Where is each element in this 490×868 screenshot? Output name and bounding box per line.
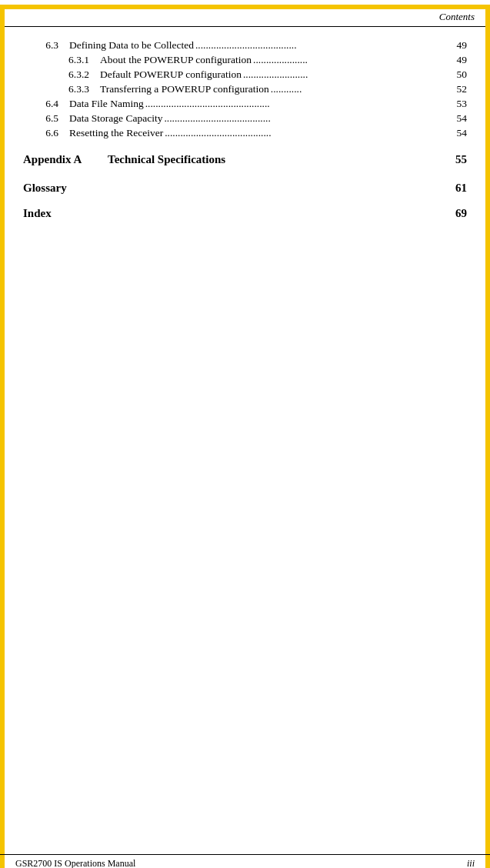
page-num-6-3-2: 50 xyxy=(448,68,467,81)
entry-label-6-3-1: About the POWERUP configuration xyxy=(100,54,252,66)
entry-label-6-3: Defining Data to be Collected xyxy=(69,39,194,52)
top-border xyxy=(0,5,490,9)
toc-entry-6-3: 6.3 Defining Data to be Collected ......… xyxy=(23,39,467,52)
footer-right: iii xyxy=(467,858,475,868)
entry-text-6-6: Resetting the Receiver .................… xyxy=(69,127,467,139)
dots-6-4: ........................................… xyxy=(145,98,446,110)
entry-text-6-3: Defining Data to be Collected ..........… xyxy=(69,39,467,52)
appendix-a-title: Technical Specifications xyxy=(108,153,444,166)
section-num-6-3: 6.3 xyxy=(23,39,69,52)
entry-text-6-4: Data File Naming .......................… xyxy=(69,98,467,110)
dots-6-3-3: ............ xyxy=(271,83,446,95)
page-num-6-3: 49 xyxy=(448,39,467,52)
entry-text-6-5: Data Storage Capacity ..................… xyxy=(69,112,467,125)
left-border xyxy=(0,9,5,868)
page-num-6-3-3: 52 xyxy=(448,83,467,95)
section-num-6-3-3: 6.3.3 xyxy=(23,83,100,95)
section-num-6-4: 6.4 xyxy=(23,98,69,110)
page-footer: GSR2700 IS Operations Manual iii xyxy=(0,854,490,868)
toc-entry-6-3-1: 6.3.1 About the POWERUP configuration ..… xyxy=(23,54,467,66)
dots-6-3-2: ......................... xyxy=(243,68,446,81)
page-num-6-4: 53 xyxy=(448,98,467,110)
entry-text-6-3-2: Default POWERUP configuration ..........… xyxy=(100,68,467,81)
toc-glossary: Glossary 61 xyxy=(23,182,467,195)
section-num-6-6: 6.6 xyxy=(23,127,69,139)
section-num-6-3-2: 6.3.2 xyxy=(23,68,100,81)
dots-6-5: ........................................… xyxy=(164,112,446,125)
index-label: Index xyxy=(23,207,444,220)
page-num-6-5: 54 xyxy=(448,112,467,125)
index-page: 69 xyxy=(444,207,467,220)
dots-6-3-1: ..................... xyxy=(253,54,446,66)
glossary-page: 61 xyxy=(444,182,467,195)
footer-left: GSR2700 IS Operations Manual xyxy=(15,858,135,868)
dots-6-3: ....................................... xyxy=(195,39,446,52)
page-num-6-6: 54 xyxy=(448,127,467,139)
entry-label-6-4: Data File Naming xyxy=(69,98,144,110)
page-num-6-3-1: 49 xyxy=(448,54,467,66)
page-container: Contents 6.3 Defining Data to be Collect… xyxy=(0,5,490,868)
entry-text-6-3-3: Transferring a POWERUP configuration ...… xyxy=(100,83,467,95)
toc-content: 6.3 Defining Data to be Collected ......… xyxy=(0,27,490,271)
entry-text-6-3-1: About the POWERUP configuration ........… xyxy=(100,54,467,66)
entry-label-6-6: Resetting the Receiver xyxy=(69,127,163,139)
right-border xyxy=(485,9,490,868)
toc-entry-6-3-3: 6.3.3 Transferring a POWERUP configurati… xyxy=(23,83,467,95)
header-title: Contents xyxy=(439,11,475,23)
toc-entry-6-6: 6.6 Resetting the Receiver .............… xyxy=(23,127,467,139)
toc-entry-6-5: 6.5 Data Storage Capacity ..............… xyxy=(23,112,467,125)
toc-entry-6-4: 6.4 Data File Naming ...................… xyxy=(23,98,467,110)
appendix-a-page: 55 xyxy=(444,153,467,166)
section-num-6-3-1: 6.3.1 xyxy=(23,54,100,66)
section-num-6-5: 6.5 xyxy=(23,112,69,125)
entry-label-6-5: Data Storage Capacity xyxy=(69,112,162,125)
toc-appendix-a: Appendix A Technical Specifications 55 xyxy=(23,153,467,166)
entry-label-6-3-3: Transferring a POWERUP configuration xyxy=(100,83,269,95)
glossary-label: Glossary xyxy=(23,182,444,195)
dots-6-6: ........................................… xyxy=(165,127,446,139)
appendix-a-label: Appendix A xyxy=(23,153,108,166)
toc-index: Index 69 xyxy=(23,207,467,220)
entry-label-6-3-2: Default POWERUP configuration xyxy=(100,68,242,81)
toc-entry-6-3-2: 6.3.2 Default POWERUP configuration ....… xyxy=(23,68,467,81)
